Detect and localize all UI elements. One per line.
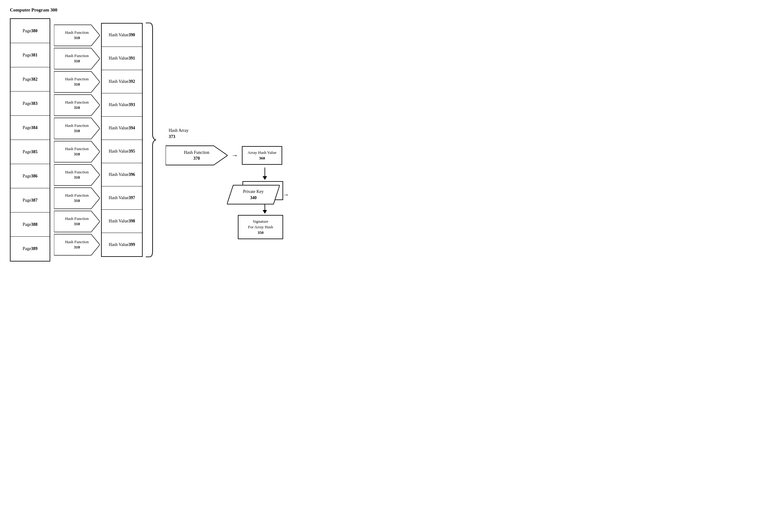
page-389: Page 389 [11, 237, 50, 261]
hash-function-310-4: Hash Function310 [54, 117, 100, 140]
page-384: Page 384 [11, 116, 50, 140]
hash-function-310-8: Hash Function310 [54, 210, 100, 233]
hash-function-310-1: Hash Function310 [54, 47, 100, 70]
private-key-row: Private Key340 → [227, 185, 289, 205]
hash-function-310-0: Hash Function310 [54, 24, 100, 46]
signature-for-array-hash-box: SignatureFor Array Hash350 [238, 215, 283, 239]
hash-value-392: Hash Value392 [102, 70, 142, 93]
brace [145, 22, 156, 258]
diagram: Page 380 Page 381 Page 382 Page 383 Page… [10, 18, 751, 262]
arrow-private-key-right: → [283, 191, 289, 198]
page-380: Page 380 [11, 19, 50, 43]
svg-marker-14 [263, 210, 267, 214]
private-key: Private Key340 [227, 185, 280, 205]
hash-value-397: Hash Value397 [102, 186, 142, 210]
hash-function-370-row: Hash Function370 → Array Hash Value360 [166, 145, 283, 166]
hash-value-395: Hash Value395 [102, 140, 142, 163]
hash-value-390: Hash Value390 [102, 24, 142, 47]
arrow-down-to-sig [262, 167, 283, 181]
page-387: Page 387 [11, 188, 50, 212]
hash-array-label: Hash Array373 [169, 128, 283, 140]
arrow-to-array-hash: → [231, 151, 238, 159]
hash-function-310-7: Hash Function310 [54, 187, 100, 209]
hash-function-310-6: Hash Function310 [54, 164, 100, 186]
hash-function-370: Hash Function370 [166, 145, 228, 166]
pages-column: Page 380 Page 381 Page 382 Page 383 Page… [10, 18, 50, 262]
page-383: Page 383 [11, 91, 50, 116]
hash-function-column: Hash Function310 Hash Function310 Hash F… [54, 24, 100, 256]
hash-value-391: Hash Value391 [102, 47, 142, 70]
page-381: Page 381 [11, 43, 50, 67]
hash-value-398: Hash Value398 [102, 210, 142, 233]
hash-function-310-2: Hash Function310 [54, 71, 100, 93]
array-hash-value-box: Array Hash Value360 [242, 146, 282, 165]
hash-function-310-9: Hash Function310 [54, 234, 100, 256]
page-385: Page 385 [11, 140, 50, 164]
right-side: Hash Array373 Hash Function370 → Array H… [166, 41, 283, 239]
signature-for-array-hash: SignatureFor Array Hash350 [238, 215, 283, 239]
page-382: Page 382 [11, 67, 50, 91]
hash-function-310-3: Hash Function310 [54, 94, 100, 116]
hash-value-399: Hash Value399 [102, 233, 142, 256]
page-388: Page 388 [11, 212, 50, 237]
hash-value-394: Hash Value394 [102, 117, 142, 140]
page-title: Computer Program 300 [10, 7, 751, 13]
page-386: Page 386 [11, 164, 50, 188]
hash-value-396: Hash Value396 [102, 163, 142, 186]
svg-marker-12 [263, 176, 267, 180]
hash-value-column: Hash Value390 Hash Value391 Hash Value39… [101, 23, 143, 257]
hash-function-310-5: Hash Function310 [54, 141, 100, 163]
hash-value-393: Hash Value393 [102, 93, 142, 117]
